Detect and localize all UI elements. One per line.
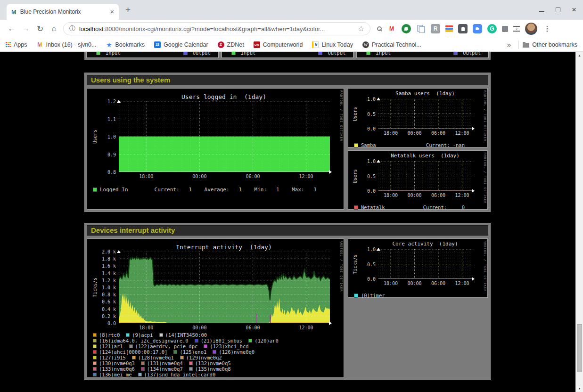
bookmark-star-icon[interactable]: ☆ <box>358 24 364 33</box>
window-close-button[interactable]: × <box>572 8 576 12</box>
y-tick-label: 0.6 k <box>102 299 119 304</box>
partial-chart-legend: InputOutput <box>366 52 481 56</box>
legend-swatch <box>159 333 163 337</box>
minimize-button[interactable] <box>539 11 544 12</box>
tab-close-icon[interactable]: × <box>110 8 114 16</box>
legend-item: (133)nvme0q6 <box>93 366 135 372</box>
x-tick-label: 18:00 <box>384 131 398 136</box>
chart-panel-users_logged_in[interactable]: RRDTOOL / TOBI OETIKERUsers logged in (1… <box>87 88 344 210</box>
bookmark-item-google-calendar[interactable]: 28Google Calendar <box>154 41 208 48</box>
star-icon: ★ <box>106 41 113 48</box>
legend-item: Output <box>453 52 481 56</box>
book-stack-extension-icon[interactable] <box>445 28 453 30</box>
legend-swatch <box>93 373 97 376</box>
chart-title-netatalk_users: Netatalk users (1day) <box>377 153 474 159</box>
address-bar[interactable]: ⓘ localhost:8080/monitorix-cgi/monitorix… <box>63 22 370 35</box>
legend-label: Output <box>463 52 481 56</box>
extensions-puzzle-icon[interactable] <box>502 26 508 32</box>
legend-item: (134)nvme0q7 <box>141 366 183 372</box>
legend-row: (16)idma64.0, i2c_designware.0(21)i801_s… <box>93 338 344 343</box>
chart-panel-interrupt_activity[interactable]: RRDTOOL / TOBI OETIKERInterrupt activity… <box>87 238 344 378</box>
page-scrollbar[interactable]: ▲ ▼ <box>575 52 583 392</box>
new-tab-button[interactable]: + <box>125 5 131 15</box>
profile-avatar-icon[interactable] <box>525 23 537 35</box>
chart-legend: (8)rtc0(9)acpi(14)INT3450:00(16)idma64.0… <box>93 332 344 377</box>
rakuten-extension-icon[interactable]: R <box>431 24 440 33</box>
legend-item: (9)acpi <box>126 332 153 338</box>
chart-plot: 1.21.11.00.90.818:0000:0006:0012:00 <box>119 101 330 172</box>
gmail-extension-icon[interactable]: M <box>387 24 396 33</box>
y-tick-label: 0.5 <box>367 111 378 116</box>
legend-swatch <box>138 373 142 376</box>
legend-label: Output <box>328 52 345 56</box>
chart-title-core_activity: Core activity (1day) <box>377 241 474 247</box>
back-button[interactable]: ← <box>5 24 19 33</box>
legend-item: (123)xhci_hcd <box>204 343 248 349</box>
legend-label: (131)nvme0q4 <box>147 360 183 366</box>
scrollbar-thumb[interactable] <box>577 324 582 372</box>
monitorix-favicon: M <box>11 8 16 16</box>
bookmark-label: Bookmarks <box>115 41 145 48</box>
reload-button[interactable]: ↻ <box>33 24 47 34</box>
legend-label: (16)idma64.0, i2c_designware.0 <box>99 338 189 343</box>
playlist-extension-icon[interactable]: ♪ <box>513 26 520 32</box>
bookmark-label: Computerworld <box>263 41 303 48</box>
search-extension-icon[interactable] <box>377 26 382 31</box>
y-tick-label: 0.5 <box>367 261 378 267</box>
scrollbar-down-arrow[interactable]: ▼ <box>576 385 583 392</box>
legend-item: (131)nvme0q4 <box>141 360 183 366</box>
bookmark-label: ZDNet <box>227 41 244 48</box>
other-bookmarks-button[interactable]: Other bookmarks <box>523 41 577 48</box>
folder-icon <box>523 41 529 48</box>
legend-item: (122)aerdrv, pcie-dpc <box>129 343 198 349</box>
home-button[interactable]: ⌂ <box>47 24 61 33</box>
partial-chart-panel[interactable]: InputOutput <box>356 52 489 58</box>
legend-item: (8)rtc0 <box>93 332 120 338</box>
legend-item: Logged In <box>93 187 128 193</box>
bookmark-item-bookmarks[interactable]: ★Bookmarks <box>106 41 145 48</box>
legend-row: (136)mei_me(137)snd_hda_intel:card0 <box>93 372 344 377</box>
copy-extension-icon[interactable] <box>416 24 426 33</box>
legend-label: (127)i915 <box>99 355 126 360</box>
forward-button[interactable]: → <box>19 24 33 33</box>
section-title-interrupts: Devices interrupt activity <box>87 225 488 236</box>
bookmark-item-apps[interactable]: Apps <box>6 41 27 48</box>
extension-icons-row: MRG♪⋮ <box>377 23 552 35</box>
browser-menu-icon[interactable]: ⋮ <box>542 24 552 33</box>
keeper-extension-icon[interactable] <box>458 24 468 33</box>
bookmark-item-practical-technology[interactable]: WPractical Technol... <box>362 41 421 48</box>
chart-legend: NetatalkCurrent: 0 <box>354 204 465 210</box>
bookmark-item-zdnet[interactable]: ZZDNet <box>218 41 244 48</box>
partial-chart-panel[interactable]: InputOutput <box>222 52 354 58</box>
maximize-button[interactable] <box>556 8 560 12</box>
legend-item: Input <box>366 52 391 56</box>
legend-label: (9)acpi <box>132 332 153 338</box>
y-tick-label: 0.5 <box>367 173 378 179</box>
browser-tab[interactable]: M Blue Precision Monitorix × <box>7 4 119 20</box>
y-axis-label: Ticks/s <box>92 278 98 297</box>
page-info-icon[interactable]: ⓘ <box>69 24 75 33</box>
chart-panel-netatalk_users[interactable]: RRDTOOL / TOBI OETIKERNetatalk users (1d… <box>348 150 488 210</box>
bookmark-item-linux-today[interactable]: ltLinux Today <box>312 41 353 48</box>
legend-item: (128)nvme0q1 <box>132 355 174 360</box>
page-viewport: InputOutputInputOutputInputOutput Users … <box>0 52 575 392</box>
chart-panel-core_activity[interactable]: RRDTOOL / TOBI OETIKERCore activity (1da… <box>348 238 488 298</box>
legend-label: Input <box>106 52 121 56</box>
legend-swatch <box>93 356 97 359</box>
partial-chart-panel[interactable]: InputOutput <box>86 52 219 58</box>
bookmarks-overflow-chevron[interactable]: » <box>503 41 515 49</box>
grammarly-extension-icon[interactable]: G <box>487 24 497 33</box>
chart-panel-samba_users[interactable]: RRDTOOL / TOBI OETIKERSamba users (1day)… <box>348 88 488 147</box>
y-axis-label: Users <box>92 130 98 144</box>
bookmark-item-inbox[interactable]: MInbox (16) - sjvn0... <box>37 41 97 48</box>
section-interrupts: Devices interrupt activity RRDTOOL / TOB… <box>84 223 491 380</box>
rrdtool-watermark: RRDTOOL / TOBI OETIKER <box>339 241 343 292</box>
legend-label: Logged In <box>100 187 128 193</box>
url-host: localhost <box>79 25 103 33</box>
zoom-extension-icon[interactable] <box>473 24 482 33</box>
section-body-users: RRDTOOL / TOBI OETIKERUsers logged in (1… <box>87 88 488 210</box>
x-tick-label: 00:00 <box>407 281 421 286</box>
scrollbar-up-arrow[interactable]: ▲ <box>576 52 583 59</box>
bookmark-item-computerworld[interactable]: CWComputerworld <box>254 41 303 48</box>
google-voice-extension-icon[interactable] <box>402 24 411 33</box>
